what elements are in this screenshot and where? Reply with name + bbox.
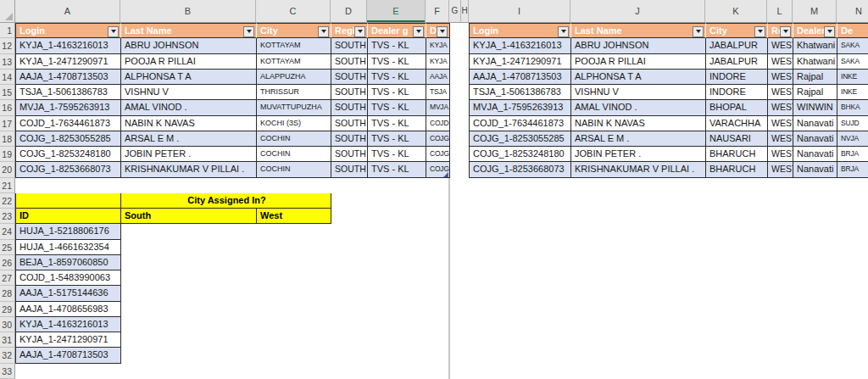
column-header-m[interactable]: M bbox=[793, 0, 837, 23]
cell-city[interactable]: COCHIN bbox=[257, 131, 331, 147]
cell-city[interactable]: MUVATTUPUZHA bbox=[257, 100, 331, 115]
cell-login[interactable]: COJG_1-8253248180 bbox=[16, 147, 121, 162]
cell-city[interactable]: NAUSARI bbox=[706, 131, 768, 147]
cell-region[interactable]: SOUTH bbox=[331, 100, 368, 115]
filter-dropdown-icon[interactable] bbox=[558, 26, 569, 37]
cell-region[interactable]: SOUTH bbox=[331, 38, 368, 53]
column-header-l[interactable]: L bbox=[767, 0, 793, 23]
cell-dealer-code[interactable]: INKE bbox=[837, 70, 868, 85]
cell-region[interactable]: WEST bbox=[768, 38, 793, 53]
cell-login[interactable]: KYJA_1-4163216013 bbox=[470, 38, 571, 53]
cell-region[interactable]: WEST bbox=[768, 70, 793, 85]
cell-dealer-group[interactable]: TVS - KL bbox=[368, 100, 426, 115]
cell-region[interactable]: WEST bbox=[768, 147, 793, 162]
cell-last-name[interactable]: KRISHNAKUMAR V PILLAI . bbox=[121, 162, 257, 177]
cell-dealer-group[interactable]: TVS - KL bbox=[368, 162, 426, 177]
cell-region[interactable]: SOUTH bbox=[331, 162, 368, 177]
cell-last-name[interactable]: ABRU JOHNSON bbox=[121, 38, 257, 53]
cell-login[interactable]: AAJA_1-4708713503 bbox=[16, 70, 121, 85]
cell-city[interactable]: JABALPUR bbox=[706, 54, 768, 70]
column-header-c[interactable]: C bbox=[256, 0, 331, 23]
cell-region[interactable]: WEST bbox=[768, 131, 793, 147]
cell-last-name[interactable]: JOBIN PETER . bbox=[121, 147, 257, 162]
row-header[interactable]: 23 bbox=[0, 209, 15, 224]
cell-last-name[interactable]: VISHNU V bbox=[121, 85, 257, 100]
cell-dealer-group[interactable]: Khatwani bbox=[793, 54, 837, 70]
cell-last-name[interactable]: AMAL VINOD . bbox=[571, 100, 706, 115]
cell-region[interactable]: SOUTH bbox=[331, 85, 368, 100]
lookup-title[interactable]: City Assigned In? bbox=[121, 193, 331, 209]
row-header[interactable]: 1 bbox=[0, 23, 15, 38]
row-header[interactable]: 33 bbox=[0, 364, 15, 379]
cell-region[interactable]: WEST bbox=[768, 100, 793, 115]
row-header[interactable]: 30 bbox=[0, 317, 15, 332]
table-resize-handle[interactable] bbox=[443, 172, 448, 177]
cell-last-name[interactable]: ALPHONSA T A bbox=[121, 70, 257, 85]
cell-dealer-group[interactable]: Nanavati bbox=[793, 162, 837, 177]
row-header[interactable]: 22 bbox=[0, 193, 15, 209]
cell-login[interactable]: TSJA_1-5061386783 bbox=[16, 85, 121, 100]
filter-dropdown-icon[interactable] bbox=[824, 26, 835, 37]
filter-dropdown-icon[interactable] bbox=[754, 26, 765, 37]
cell-dealer-group[interactable]: Nanavati bbox=[793, 116, 837, 131]
cell-dealer-group[interactable]: TVS - KL bbox=[368, 131, 426, 147]
cell-login[interactable]: TSJA_1-5061386783 bbox=[470, 85, 571, 100]
filter-dropdown-icon[interactable] bbox=[693, 26, 704, 37]
column-header-i[interactable]: I bbox=[469, 0, 570, 23]
cell-id[interactable]: BEJA_1-8597060850 bbox=[16, 255, 121, 270]
column-header-j[interactable]: J bbox=[570, 0, 705, 23]
row-header[interactable]: 18 bbox=[0, 131, 15, 147]
lookup-west-header[interactable]: West bbox=[257, 209, 331, 224]
row-header[interactable]: 17 bbox=[0, 116, 15, 131]
cell-login[interactable]: COJD_1-7634461873 bbox=[470, 116, 571, 131]
filter-dropdown-icon[interactable] bbox=[413, 26, 424, 37]
cell-city[interactable]: BHOPAL bbox=[706, 100, 768, 115]
cell-region[interactable]: WEST bbox=[768, 162, 793, 177]
column-header-a[interactable]: A bbox=[15, 0, 120, 23]
cell-city[interactable]: ALAPPUZHA bbox=[257, 70, 331, 85]
cell-last-name[interactable]: NABIN K NAVAS bbox=[121, 116, 257, 131]
row-header[interactable]: 13 bbox=[0, 54, 15, 70]
cell-login[interactable]: COJG_1-8253668073 bbox=[16, 162, 121, 177]
cell-city[interactable]: KOCHI (3S) bbox=[257, 116, 331, 131]
cell-dealer-code[interactable]: NVJA bbox=[837, 131, 868, 147]
cell-dealer-group[interactable]: TVS - KL bbox=[368, 85, 426, 100]
cell-dealer-code[interactable]: KYJA bbox=[426, 54, 450, 70]
column-header-g[interactable]: G bbox=[449, 0, 461, 23]
cell-last-name[interactable]: POOJA R PILLAI bbox=[121, 54, 257, 70]
cell-last-name[interactable]: ARSAL E M . bbox=[121, 131, 257, 147]
cell-id[interactable]: HUJA_1-5218806176 bbox=[16, 224, 121, 239]
row-header[interactable]: 15 bbox=[0, 85, 15, 100]
cell-city[interactable]: KOTTAYAM bbox=[257, 38, 331, 53]
row-header[interactable]: 16 bbox=[0, 100, 15, 115]
row-header[interactable]: 29 bbox=[0, 302, 15, 317]
cell-region[interactable]: SOUTH bbox=[331, 131, 368, 147]
header-cell-region[interactable]: Reg bbox=[768, 23, 793, 38]
cell-region[interactable]: SOUTH bbox=[331, 70, 368, 85]
row-header[interactable]: 26 bbox=[0, 255, 15, 270]
cell-last-name[interactable]: NABIN K NAVAS bbox=[571, 116, 706, 131]
cell-dealer-group[interactable]: TVS - KL bbox=[368, 38, 426, 53]
cell-last-name[interactable]: ALPHONSA T A bbox=[571, 70, 706, 85]
cell-id[interactable]: AAJA_1-5175144636 bbox=[16, 286, 121, 301]
cell-login[interactable]: AAJA_1-4708713503 bbox=[470, 70, 571, 85]
cell-region[interactable]: SOUTH bbox=[331, 147, 368, 162]
cell-dealer-code[interactable]: BRJA bbox=[837, 147, 868, 162]
cell-region[interactable]: WEST bbox=[768, 85, 793, 100]
filter-dropdown-icon[interactable] bbox=[354, 26, 365, 37]
header-cell-de[interactable]: De bbox=[426, 23, 450, 38]
header-cell-region[interactable]: Regio bbox=[331, 23, 368, 38]
cell-dealer-code[interactable]: KYJA bbox=[426, 38, 450, 53]
cell-dealer-code[interactable]: BHKA bbox=[837, 100, 868, 115]
cell-login[interactable]: COJG_1-8253248180 bbox=[470, 147, 571, 162]
cell-dealer-group[interactable]: Rajpal bbox=[793, 85, 837, 100]
row-header[interactable]: 25 bbox=[0, 240, 15, 255]
header-cell-city[interactable]: City bbox=[257, 23, 331, 38]
column-header-k[interactable]: K bbox=[705, 0, 767, 23]
column-header-h[interactable]: H bbox=[461, 0, 469, 23]
cell-dealer-group[interactable]: TVS - KL bbox=[368, 116, 426, 131]
header-cell-last-name[interactable]: Last Name bbox=[121, 23, 257, 38]
cell-dealer-code[interactable]: AAJA bbox=[426, 70, 450, 85]
header-cell-dealer-group[interactable]: Dealer g bbox=[793, 23, 837, 38]
cell-region[interactable]: WEST bbox=[768, 54, 793, 70]
